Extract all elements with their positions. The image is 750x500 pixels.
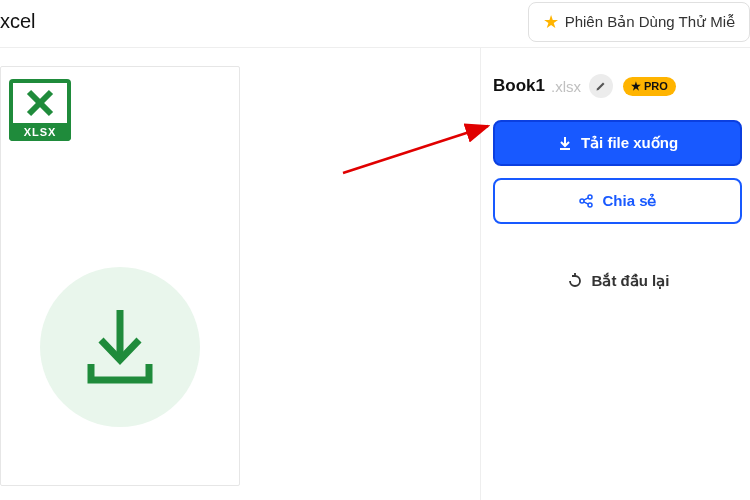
pencil-icon: [595, 80, 607, 92]
edit-filename-button[interactable]: [589, 74, 613, 98]
page-title-fragment: xcel: [0, 10, 36, 33]
download-icon: [557, 135, 573, 151]
star-icon: ★: [543, 11, 559, 33]
file-title-row: Book1 .xlsx ★ PRO: [493, 74, 742, 98]
side-panel: Book1 .xlsx ★ PRO Tải file xuống: [480, 48, 750, 500]
restart-label: Bắt đầu lại: [592, 272, 670, 290]
pro-badge: ★ PRO: [623, 77, 676, 96]
trial-label: Phiên Bản Dùng Thử Miễ: [565, 13, 735, 31]
xlsx-label: XLSX: [9, 123, 71, 141]
share-button[interactable]: Chia sẻ: [493, 178, 742, 224]
xlsx-x-icon: [13, 83, 67, 123]
restart-icon: [566, 272, 584, 290]
file-extension: .xlsx: [551, 78, 581, 95]
trial-button[interactable]: ★ Phiên Bản Dùng Thử Miễ: [528, 2, 750, 42]
download-graphic: [40, 267, 200, 427]
main: XLSX Book1 .xlsx ★ PRO: [0, 48, 750, 500]
share-label: Chia sẻ: [602, 192, 656, 210]
topbar: xcel ★ Phiên Bản Dùng Thử Miễ: [0, 0, 750, 48]
restart-button[interactable]: Bắt đầu lại: [493, 272, 742, 290]
star-icon: ★: [631, 80, 641, 93]
preview-pane: XLSX: [0, 48, 480, 500]
svg-line-8: [584, 198, 589, 200]
pro-label: PRO: [644, 80, 668, 92]
download-button[interactable]: Tải file xuống: [493, 120, 742, 166]
download-icon: [75, 302, 165, 392]
svg-line-9: [584, 202, 589, 204]
share-icon: [578, 193, 594, 209]
download-label: Tải file xuống: [581, 134, 678, 152]
file-name: Book1: [493, 76, 545, 96]
file-preview-card: XLSX: [0, 66, 240, 486]
xlsx-filetype-badge: XLSX: [9, 79, 71, 141]
